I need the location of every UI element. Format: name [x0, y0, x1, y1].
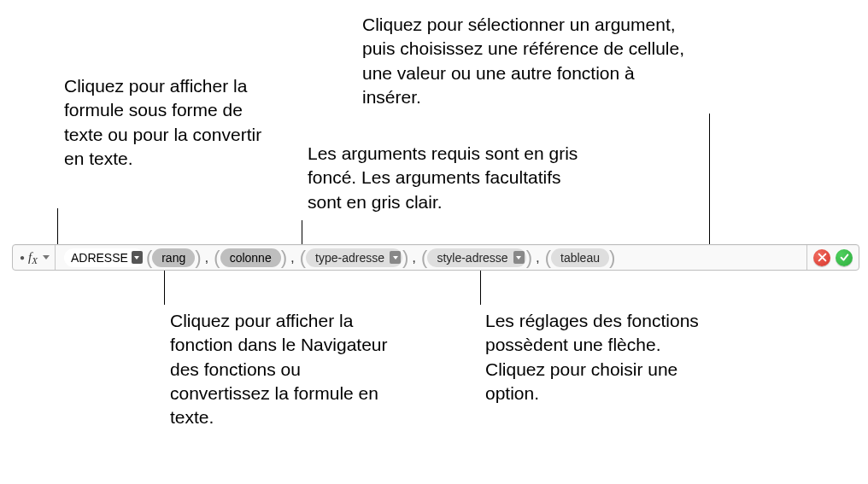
comma: , [205, 249, 209, 266]
callout-func-browser: Cliquez pour afficher la fonction dans l… [170, 309, 401, 430]
cancel-button[interactable] [813, 249, 830, 266]
open-paren: ( [421, 248, 427, 267]
arg-type-adresse[interactable]: type-adresse [306, 248, 402, 267]
function-dropdown-icon[interactable] [132, 251, 143, 264]
callout-line [57, 208, 58, 247]
callout-line [164, 271, 165, 305]
function-name: ADRESSE [71, 251, 128, 265]
arg-dropdown-icon[interactable] [513, 251, 525, 264]
callout-line [480, 271, 481, 305]
arg-style-adresse-label: style-adresse [437, 251, 507, 265]
close-paren: ) [402, 248, 408, 267]
callout-fx-menu: Cliquez pour afficher la formule sous fo… [64, 74, 286, 171]
formula-bar: ● fX ADRESSE ( rang ) , ( colonne ) , ( … [12, 244, 859, 271]
close-paren: ) [281, 248, 287, 267]
fx-menu-button[interactable]: ● fX [13, 245, 56, 270]
close-paren: ) [195, 248, 201, 267]
formula-actions [806, 245, 859, 270]
arg-colonne[interactable]: colonne [220, 248, 281, 267]
comma: , [536, 249, 540, 266]
bullet-icon: ● [20, 254, 25, 262]
arg-type-adresse-label: type-adresse [315, 251, 384, 265]
cross-icon [818, 253, 827, 262]
confirm-button[interactable] [836, 249, 853, 266]
fx-label: fX [28, 250, 38, 265]
close-paren: ) [609, 248, 615, 267]
close-paren: ) [526, 248, 532, 267]
callout-arg-select: Cliquez pour sélectionner un argument, p… [362, 13, 687, 109]
arg-dropdown-icon[interactable] [390, 251, 401, 264]
callout-arrow-settings: Les réglages des fonctions possèdent une… [485, 309, 724, 405]
callout-arg-shading: Les arguments requis sont en gris foncé.… [308, 142, 581, 214]
callout-line [302, 220, 302, 247]
function-token[interactable]: ADRESSE [64, 248, 144, 267]
chevron-down-icon [43, 255, 50, 259]
formula-content[interactable]: ADRESSE ( rang ) , ( colonne ) , ( type-… [56, 245, 806, 270]
arg-tableau[interactable]: tableau [551, 248, 609, 267]
comma: , [412, 249, 416, 266]
open-paren: ( [545, 248, 551, 267]
open-paren: ( [300, 248, 306, 267]
callout-line [709, 114, 710, 247]
open-paren: ( [146, 248, 152, 267]
arg-style-adresse[interactable]: style-adresse [427, 248, 525, 267]
comma: , [290, 249, 295, 266]
open-paren: ( [214, 248, 220, 267]
check-icon [840, 253, 849, 262]
arg-rang[interactable]: rang [152, 248, 195, 267]
